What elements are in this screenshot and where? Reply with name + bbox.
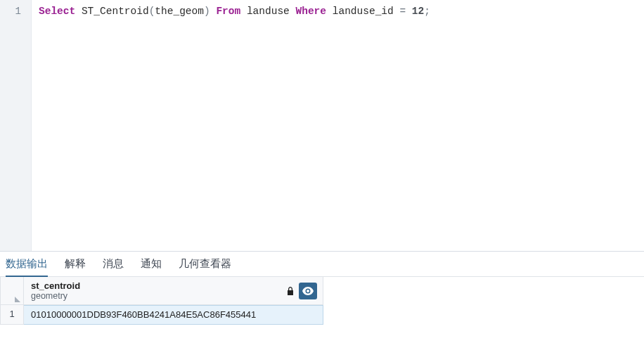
function-name: ST_Centroid	[82, 6, 149, 17]
column-header-icons	[286, 283, 317, 299]
row-number[interactable]: 1	[0, 305, 24, 325]
semicolon: ;	[424, 6, 430, 17]
keyword-where: Where	[296, 6, 327, 17]
line-number: 1	[0, 4, 31, 18]
tab-geometry-viewer[interactable]: 几何查看器	[179, 257, 231, 276]
paren-close: )	[204, 6, 210, 17]
table-name: landuse	[247, 6, 290, 17]
results-panel: 数据输出 解释 消息 通知 几何查看器 st_centroid geometry	[0, 252, 644, 362]
tab-notifications[interactable]: 通知	[141, 257, 162, 276]
keyword-select: Select	[39, 6, 75, 17]
tab-explain[interactable]: 解释	[65, 257, 86, 276]
tab-data-output[interactable]: 数据输出	[6, 257, 48, 277]
app-root: 1 Select ST_Centroid(the_geom) From land…	[0, 0, 644, 362]
code-area[interactable]: Select ST_Centroid(the_geom) From landus…	[32, 0, 644, 251]
keyword-from: From	[216, 6, 240, 17]
arg-the-geom: the_geom	[155, 6, 204, 17]
literal-12: 12	[412, 6, 424, 17]
select-all-corner[interactable]	[0, 277, 24, 305]
column-name-label: st_centroid	[31, 280, 286, 291]
equals-op: =	[394, 6, 412, 17]
result-grid: st_centroid geometry 1 01010000001DDB93F…	[0, 277, 644, 325]
view-geometry-button[interactable]	[299, 283, 317, 299]
column-name: landuse_id	[333, 6, 394, 17]
column-info: st_centroid geometry	[31, 280, 286, 302]
sql-editor: 1 Select ST_Centroid(the_geom) From land…	[0, 0, 644, 252]
column-type-label: geometry	[31, 291, 286, 302]
column-header[interactable]: st_centroid geometry	[24, 277, 323, 305]
result-tabs: 数据输出 解释 消息 通知 几何查看器	[0, 252, 644, 277]
tab-messages[interactable]: 消息	[103, 257, 124, 276]
line-gutter: 1	[0, 0, 32, 251]
cell-value[interactable]: 01010000001DDB93F460BB4241A84E5AC86F4554…	[24, 305, 323, 325]
lock-icon	[286, 286, 295, 296]
